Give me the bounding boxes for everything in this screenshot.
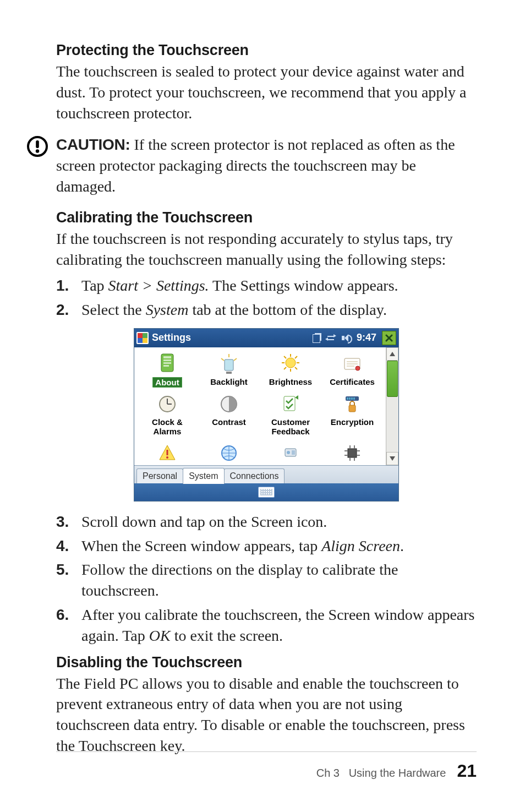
memory-icon	[280, 442, 302, 464]
app-partial-4[interactable]	[321, 439, 383, 465]
para-disabling: The Field PC allows you to disable and e…	[56, 673, 477, 756]
app-label: Encryption	[331, 417, 374, 427]
svg-rect-12	[226, 372, 232, 374]
svg-line-21	[284, 367, 286, 369]
window-title: Settings	[152, 332, 191, 344]
scroll-thumb[interactable]	[387, 361, 398, 397]
tab-personal[interactable]: Personal	[136, 468, 183, 483]
para-protecting: The touchscreen is sealed to protect you…	[56, 61, 477, 123]
caution-block: CAUTION: If the screen protector is not …	[26, 134, 477, 197]
heading-protecting: Protecting the Touchscreen	[56, 42, 477, 59]
clock-icon	[156, 393, 178, 415]
list-item: 3. Scroll down and tap on the Screen ico…	[56, 511, 477, 532]
caution-icon	[26, 135, 48, 157]
scroll-track[interactable]	[386, 361, 398, 452]
list-item: 2. Select the System tab at the bottom o…	[56, 299, 477, 320]
svg-point-42	[287, 451, 290, 454]
svg-rect-5	[163, 359, 171, 361]
app-label: About	[152, 377, 182, 388]
step-num: 4.	[56, 536, 81, 557]
app-partial-1[interactable]	[136, 439, 198, 465]
caution-text: CAUTION: If the screen protector is not …	[56, 134, 477, 197]
app-clock-alarms[interactable]: Clock &Alarms	[136, 390, 198, 439]
svg-rect-34	[349, 397, 351, 400]
tray-clock[interactable]: 9:47	[357, 332, 376, 344]
svg-rect-11	[225, 359, 233, 370]
list-item: 5. Follow the directions on the display …	[56, 559, 477, 601]
svg-rect-6	[163, 362, 171, 364]
app-partial-2[interactable]	[198, 439, 260, 465]
tabs: Personal System Connections	[134, 465, 398, 483]
step-num: 3.	[56, 511, 81, 532]
svg-rect-44	[348, 449, 357, 457]
svg-line-18	[284, 356, 286, 358]
t: The Settings window appears.	[209, 277, 398, 294]
chip-icon	[341, 442, 363, 464]
tray-connection-icon[interactable]	[326, 333, 336, 343]
step-num: 5.	[56, 559, 81, 601]
keyboard-icon[interactable]	[258, 487, 275, 498]
step-text: After you calibrate the touchscreen, the…	[81, 604, 477, 646]
steps-list-b: 3. Scroll down and tap on the Screen ico…	[56, 511, 477, 646]
app-backlight[interactable]: Backlight	[198, 350, 260, 390]
app-label: Certificates	[330, 377, 375, 386]
t: tab at the bottom of the display.	[188, 301, 387, 318]
scroll-down-button[interactable]	[386, 452, 398, 465]
steps-list-a: 1. Tap Start > Settings. The Settings wi…	[56, 275, 477, 320]
t: Select the	[81, 301, 146, 318]
encryption-icon	[341, 393, 363, 415]
step-text: Tap Start > Settings. The Settings windo…	[81, 275, 477, 296]
heading-calibrating: Calibrating the Touchscreen	[56, 209, 477, 226]
step-text: Select the System tab at the bottom of t…	[81, 299, 477, 320]
titlebar: Settings 9:47	[134, 329, 398, 347]
about-icon	[156, 353, 178, 375]
app-label: Backlight	[210, 377, 248, 386]
contrast-icon	[218, 393, 240, 415]
tab-system[interactable]: System	[183, 468, 224, 484]
app-partial-3[interactable]	[260, 439, 321, 465]
app-encryption[interactable]: Encryption	[321, 390, 383, 439]
footer-page-number: 21	[457, 761, 477, 781]
list-item: 4. When the Screen window appears, tap A…	[56, 536, 477, 557]
tray-copy-icon[interactable]	[313, 334, 320, 343]
tab-connections[interactable]: Connections	[224, 468, 285, 483]
svg-rect-33	[347, 397, 348, 400]
caution-label: CAUTION:	[56, 136, 130, 153]
settings-window: Settings 9:47 About	[134, 328, 399, 502]
menubar	[134, 483, 398, 501]
heading-disabling: Disabling the Touchscreen	[56, 654, 477, 671]
app-about[interactable]: About	[136, 350, 198, 390]
svg-rect-36	[353, 397, 355, 400]
svg-line-9	[221, 358, 224, 361]
list-item: 1. Tap Start > Settings. The Settings wi…	[56, 275, 477, 296]
settings-icon-grid: About Backlight Brightness	[134, 347, 386, 465]
step-num: 2.	[56, 299, 81, 320]
backlight-icon	[218, 353, 240, 375]
svg-rect-35	[351, 397, 353, 400]
svg-rect-31	[284, 396, 295, 411]
app-label: Brightness	[269, 377, 312, 386]
step-text: When the Screen window appears, tap Alig…	[81, 536, 477, 557]
app-label: Contrast	[212, 417, 246, 427]
svg-rect-43	[292, 450, 295, 455]
t-em: Start > Settings.	[108, 277, 209, 294]
app-certificates[interactable]: Certificates	[321, 350, 383, 390]
brightness-icon	[280, 353, 302, 375]
step-text: Follow the directions on the display to …	[81, 559, 477, 601]
app-customer-feedback[interactable]: CustomerFeedback	[260, 390, 321, 439]
app-contrast[interactable]: Contrast	[198, 390, 260, 439]
scroll-up-button[interactable]	[386, 347, 398, 361]
svg-line-20	[295, 356, 297, 358]
warning-icon	[156, 442, 178, 464]
para-calibrating: If the touchscreen is not responding acc…	[56, 228, 477, 270]
start-flag-icon[interactable]	[136, 332, 149, 344]
tray-volume-icon[interactable]	[341, 333, 351, 343]
step-num: 6.	[56, 604, 81, 646]
page-footer: Ch 3 Using the Hardware 21	[56, 751, 477, 781]
app-label: CustomerFeedback	[271, 417, 310, 437]
scrollbar[interactable]	[386, 347, 398, 465]
app-brightness[interactable]: Brightness	[260, 350, 321, 390]
svg-point-26	[356, 366, 360, 370]
svg-rect-4	[163, 356, 171, 358]
close-button[interactable]	[382, 331, 396, 345]
